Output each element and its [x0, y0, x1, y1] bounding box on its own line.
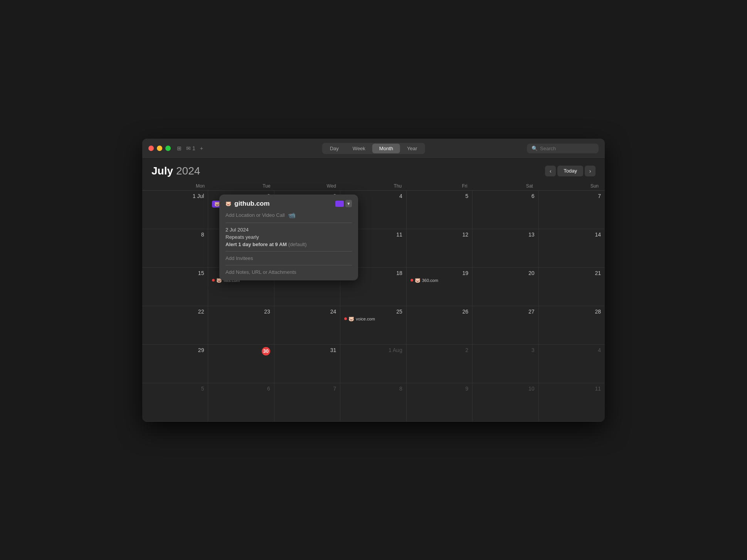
popup-location-row[interactable]: Add Location or Video Call 📹 [225, 211, 352, 223]
sidebar-toggle-icon[interactable]: ⊞ [177, 145, 182, 151]
360-event[interactable]: 🐷 360.com [411, 278, 468, 283]
search-input[interactable] [540, 146, 594, 151]
popup-details: 2 Jul 2024 Repeats yearly Alert 1 day be… [225, 227, 352, 251]
calendar-grid: 1 Jul 2 🐷 github.com 3 4 5 6 [142, 191, 605, 422]
pig-icon: 🐷 [348, 316, 354, 322]
event-label: voice.com [356, 317, 375, 321]
date-number: 20 [476, 270, 534, 276]
table-row[interactable]: 2 [407, 345, 473, 383]
table-row[interactable]: 19 🐷 360.com [407, 268, 473, 306]
date-number: 5 [146, 386, 204, 392]
date-number: 6 [212, 386, 270, 392]
date-number: 27 [476, 309, 534, 315]
table-row[interactable]: 29 [142, 345, 208, 383]
table-row[interactable]: 6 [473, 191, 538, 229]
close-button[interactable] [148, 146, 154, 151]
day-header-wed: Wed [275, 182, 341, 190]
table-row[interactable]: 1 Jul [142, 191, 208, 229]
table-row[interactable]: 11 [539, 383, 605, 422]
event-popup[interactable]: 🐷 github.com ▾ Add Location or Video Cal… [219, 194, 358, 280]
table-row[interactable]: 28 [539, 306, 605, 345]
date-number: 11 [543, 386, 601, 392]
minimize-button[interactable] [157, 146, 162, 151]
date-number: 24 [278, 309, 336, 315]
date-number: 7 [278, 386, 336, 392]
date-number: 9 [411, 386, 468, 392]
table-row[interactable]: 13 [473, 229, 538, 268]
date-number: 3 [476, 347, 534, 353]
view-week-button[interactable]: Week [346, 144, 372, 153]
table-row[interactable]: 10 [473, 383, 538, 422]
table-row[interactable]: 7 [539, 191, 605, 229]
event-label: 360.com [422, 278, 438, 283]
pig-icon: 🐷 [415, 278, 421, 283]
date-number: 8 [146, 231, 204, 238]
today-date-number: 30 [262, 347, 270, 355]
date-number: 2 [411, 347, 468, 353]
table-row[interactable]: 21 [539, 268, 605, 306]
table-row[interactable]: 5 [407, 191, 473, 229]
calendar-navigation: ‹ Today › [545, 166, 596, 176]
date-number: 21 [543, 270, 601, 276]
date-number: 12 [411, 231, 468, 238]
video-call-icon[interactable]: 📹 [288, 211, 296, 219]
table-row[interactable]: 7 [274, 383, 340, 422]
prev-month-button[interactable]: ‹ [545, 166, 556, 176]
popup-alert: Alert 1 day before at 9 AM (default) [225, 241, 352, 247]
fullscreen-button[interactable] [165, 146, 171, 151]
day-header-tue: Tue [209, 182, 275, 190]
popup-alert-text: Alert 1 day before at 9 AM [225, 241, 287, 247]
table-row[interactable]: 12 [407, 229, 473, 268]
date-number: 1 Jul [146, 193, 204, 199]
date-number: 28 [543, 309, 601, 315]
table-row[interactable]: 1 Aug [340, 345, 406, 383]
table-row[interactable]: 26 [407, 306, 473, 345]
date-number: 26 [411, 309, 468, 315]
voice-event[interactable]: 🐷 voice.com [344, 316, 402, 322]
date-number: 8 [344, 386, 402, 392]
event-dot-indicator [344, 317, 347, 320]
today-button[interactable]: Today [557, 166, 583, 176]
popup-invitees[interactable]: Add Invitees [225, 255, 352, 265]
popup-alert-default: (default) [288, 241, 307, 247]
color-swatch[interactable] [335, 201, 344, 207]
view-day-button[interactable]: Day [323, 144, 346, 153]
popup-title-row: 🐷 github.com [225, 200, 270, 208]
table-row[interactable]: 8 [340, 383, 406, 422]
table-row[interactable]: 4 [539, 345, 605, 383]
table-row[interactable]: 15 [142, 268, 208, 306]
calendar-dropdown-button[interactable]: ▾ [345, 200, 352, 207]
date-number: 14 [543, 231, 601, 238]
view-switcher: Day Week Month Year [322, 143, 425, 154]
table-row[interactable]: 9 [407, 383, 473, 422]
table-row[interactable]: 27 [473, 306, 538, 345]
next-month-button[interactable]: › [585, 166, 596, 176]
titlebar: ⊞ ✉ 1 + Day Week Month Year 🔍 [142, 139, 605, 159]
table-row[interactable]: 14 [539, 229, 605, 268]
month-year-display: July 2024 [151, 165, 200, 177]
year-label: 2024 [176, 165, 200, 177]
popup-repeat: Repeats yearly [225, 234, 352, 240]
day-header-fri: Fri [406, 182, 472, 190]
month-label: July [151, 165, 173, 177]
table-row[interactable]: 5 [142, 383, 208, 422]
table-row[interactable]: 23 [208, 306, 274, 345]
table-row[interactable]: 25 🐷 voice.com [340, 306, 406, 345]
table-row[interactable]: 31 [274, 345, 340, 383]
table-row[interactable]: 24 [274, 306, 340, 345]
search-icon: 🔍 [532, 146, 538, 151]
date-number: 29 [146, 347, 204, 353]
popup-location-text: Add Location or Video Call [225, 212, 285, 218]
table-row[interactable]: 8 [142, 229, 208, 268]
view-month-button[interactable]: Month [372, 144, 400, 153]
view-year-button[interactable]: Year [400, 144, 424, 153]
table-row[interactable]: 3 [473, 345, 538, 383]
search-box[interactable]: 🔍 [527, 144, 599, 153]
table-row[interactable]: 20 [473, 268, 538, 306]
add-event-icon[interactable]: + [200, 145, 203, 151]
table-row[interactable]: 30 [208, 345, 274, 383]
inbox-icon[interactable]: ✉ 1 [186, 145, 195, 151]
table-row[interactable]: 6 [208, 383, 274, 422]
table-row[interactable]: 22 [142, 306, 208, 345]
popup-notes[interactable]: Add Notes, URL or Attachments [225, 269, 352, 275]
